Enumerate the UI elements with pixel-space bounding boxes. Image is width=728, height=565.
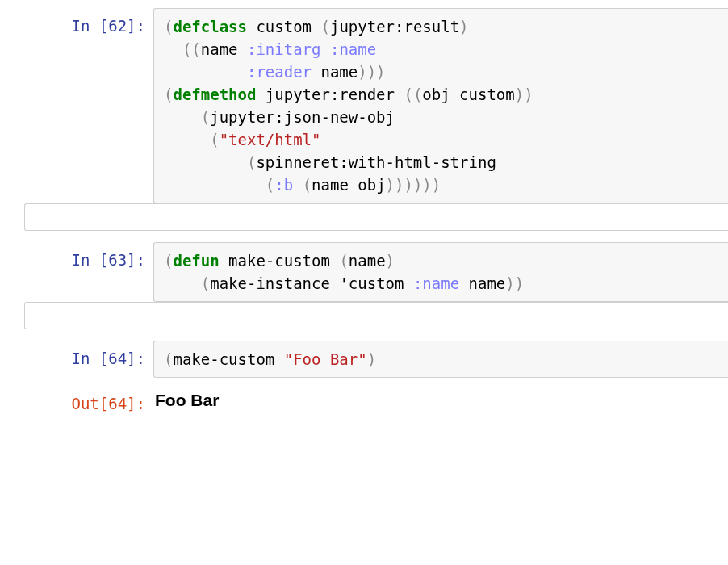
in-prompt-62: In [62]: bbox=[0, 8, 153, 37]
cell-64-output: Foo Bar bbox=[153, 386, 728, 410]
code-input-63[interactable]: (defun make-custom (name) (make-instance… bbox=[153, 242, 728, 302]
cell-64-input-row: In [64]: (make-custom "Foo Bar") bbox=[0, 341, 728, 378]
cell-63-output-empty bbox=[24, 302, 728, 329]
cell-62-input-row: In [62]: (defclass custom (jupyter:resul… bbox=[0, 8, 728, 203]
output-bold-text: Foo Bar bbox=[155, 391, 219, 409]
in-prompt-63: In [63]: bbox=[0, 242, 153, 271]
cell-62-output-empty bbox=[24, 203, 728, 231]
cell-63: In [63]: (defun make-custom (name) (make… bbox=[0, 242, 728, 329]
cell-64-output-row: Out[64]: Foo Bar bbox=[0, 386, 728, 415]
code-input-62[interactable]: (defclass custom (jupyter:result) ((name… bbox=[153, 8, 728, 203]
notebook: In [62]: (defclass custom (jupyter:resul… bbox=[0, 0, 728, 434]
cell-62: In [62]: (defclass custom (jupyter:resul… bbox=[0, 8, 728, 231]
code-input-64[interactable]: (make-custom "Foo Bar") bbox=[153, 341, 728, 378]
cell-63-input-row: In [63]: (defun make-custom (name) (make… bbox=[0, 242, 728, 302]
cell-64: In [64]: (make-custom "Foo Bar") Out[64]… bbox=[0, 341, 728, 415]
in-prompt-64: In [64]: bbox=[0, 341, 153, 370]
out-prompt-64: Out[64]: bbox=[0, 386, 153, 415]
